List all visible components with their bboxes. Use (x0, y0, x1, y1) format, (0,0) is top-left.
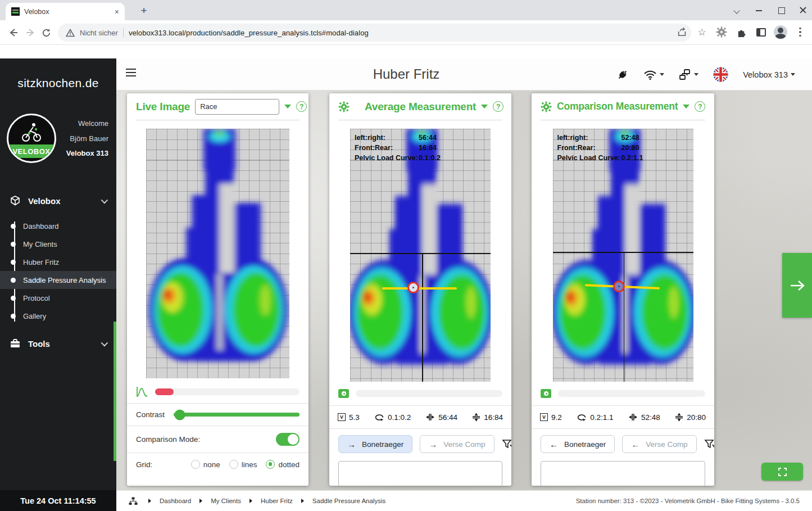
window-chevron-icon[interactable] (734, 7, 741, 13)
overlay-label: Front:Rear: (355, 143, 419, 153)
pelvic-marker[interactable] (407, 282, 419, 293)
nav-group-velobox[interactable]: Velobox (0, 188, 116, 214)
help-icon[interactable] (296, 101, 307, 112)
stat-front-rear: 20:80 (675, 413, 706, 422)
security-label: Nicht sicher (80, 29, 118, 37)
contrast-label: Contrast (136, 410, 165, 419)
hamburger-menu-icon[interactable] (126, 69, 136, 76)
grid-option-lines[interactable]: lines (229, 460, 257, 469)
verse-comp-button[interactable]: →Verse Comp (420, 435, 494, 453)
arrow-right-icon: → (429, 440, 437, 449)
panel-header: Average Measurement (329, 93, 511, 120)
dropdown-caret-icon[interactable] (481, 105, 488, 108)
extensions-puzzle-icon[interactable] (734, 25, 749, 39)
bullet-icon (11, 260, 16, 265)
comment-box[interactable] (338, 461, 502, 486)
language-flag-icon[interactable] (709, 67, 733, 82)
verse-comp-button[interactable]: ←Verse Comp (622, 435, 696, 453)
dropdown-caret-icon[interactable] (683, 105, 689, 108)
url-text: velobox313.local/production/saddle_press… (129, 29, 369, 37)
maximize-icon[interactable] (778, 7, 784, 13)
extension-gear-icon[interactable] (714, 25, 729, 39)
sidebar-item-protocol[interactable]: Protocol (0, 289, 116, 307)
nav-group-tools[interactable]: Tools (0, 331, 116, 356)
welcome-label: Welcome (56, 120, 108, 127)
profile-avatar[interactable] (773, 25, 788, 39)
tab-close-icon[interactable] (115, 7, 119, 16)
slider-thumb[interactable] (175, 409, 185, 420)
profile-text: Welcome Björn Bauer Velobox 313 (56, 120, 116, 157)
bookmark-star-icon[interactable]: ☆ (695, 25, 709, 39)
dropdown-caret-icon[interactable] (284, 105, 291, 108)
stat-value: V9.2 (540, 413, 562, 422)
sidebar-item-label: Dashboard (23, 222, 59, 230)
velobox-logo: VELOBOX (7, 114, 56, 163)
new-tab-button[interactable] (137, 3, 151, 18)
preset-input[interactable] (195, 99, 279, 115)
side-panel-icon[interactable] (754, 25, 768, 39)
sidebar-item-saddle-pressure-analysis[interactable]: Saddle Pressure Analysis (0, 271, 116, 289)
browser-menu-icon[interactable] (793, 25, 808, 39)
button-label: Bonetraeger (564, 440, 606, 449)
toolbar-icons: ☆ (675, 25, 808, 39)
live-image-panel: Live Image Contrast (127, 93, 309, 486)
browser-tab[interactable]: Velobox (6, 3, 125, 20)
breadcrumb-separator-icon (148, 499, 151, 503)
breadcrumb-saddle-pressure-analysis[interactable]: Saddle Pressure Analysis (312, 498, 385, 504)
station-info-text: Station number: 313 - ©2023 - Velometrik… (576, 498, 800, 504)
breadcrumb-huber-fritz[interactable]: Huber Fritz (261, 498, 293, 504)
sidebar-item-gallery[interactable]: Gallery (0, 307, 116, 325)
bonetraeger-button[interactable]: ←Bonetraeger (541, 435, 615, 453)
bullet-icon (11, 242, 16, 247)
histogram-curve-icon[interactable] (136, 386, 148, 397)
comparison-mode-row: Comparison Mode: (127, 426, 309, 453)
app-header: Huber Fritz Velobox 313 (116, 58, 812, 91)
stat-rotation: 0.2:1.1 (577, 413, 613, 422)
camera-icon[interactable] (338, 389, 349, 398)
sidebar-item-my-clients[interactable]: My Clients (0, 235, 116, 253)
reload-icon[interactable] (39, 26, 53, 39)
devices-icon[interactable] (674, 69, 703, 80)
camera-icon[interactable] (541, 389, 551, 398)
minimize-icon[interactable] (756, 7, 763, 13)
back-icon[interactable] (7, 26, 20, 39)
help-icon[interactable] (695, 101, 705, 112)
settings-gear-icon[interactable] (541, 101, 552, 112)
nav-group-label: Tools (28, 339, 50, 349)
contrast-slider[interactable] (174, 413, 300, 417)
settings-gear-icon[interactable] (338, 101, 350, 112)
map-overlay-stats: left:right:52:48 Front:Rear:20:80 Pelvic… (557, 133, 643, 163)
wifi-icon[interactable] (639, 70, 669, 80)
expand-drawer-button[interactable] (782, 253, 812, 318)
breadcrumb-my-clients[interactable]: My Clients (211, 498, 241, 504)
rotation-icon (577, 414, 587, 421)
pressure-level-fill (155, 388, 174, 395)
plug-icon[interactable] (612, 69, 633, 81)
pelvic-marker[interactable] (613, 281, 625, 292)
sitemap-icon[interactable] (129, 497, 138, 505)
address-bar[interactable]: Nicht sicher velobox313.local/production… (58, 24, 691, 42)
browser-tab-strip: Velobox (0, 0, 812, 20)
sidebar-item-huber-fritz[interactable]: Huber Fritz (0, 253, 116, 271)
sidebar-item-label: Gallery (23, 312, 46, 320)
help-icon[interactable] (493, 101, 503, 112)
grid-options: none lines dotted (191, 460, 300, 469)
share-icon[interactable] (675, 25, 689, 39)
comparison-mode-toggle[interactable] (276, 433, 300, 446)
panel-header: Live Image (127, 93, 309, 120)
caret-down-icon (791, 73, 795, 76)
comment-box[interactable] (541, 461, 705, 486)
breadcrumb-dashboard[interactable]: Dashboard (160, 498, 191, 504)
sidebar-item-dashboard[interactable]: Dashboard (0, 217, 116, 235)
pelvic-line (382, 287, 457, 290)
station-selector[interactable]: Velobox 313 (738, 70, 800, 79)
close-icon[interactable] (800, 7, 806, 13)
arrow-left-icon: ← (631, 440, 639, 449)
forward-icon[interactable] (24, 26, 37, 39)
clear-filter-icon[interactable] (502, 439, 511, 450)
grid-option-dotted[interactable]: dotted (266, 460, 300, 469)
bonetraeger-button[interactable]: →Bonetraeger (338, 435, 412, 453)
fullscreen-button[interactable] (761, 463, 803, 481)
grid-option-none[interactable]: none (191, 460, 220, 469)
clear-filter-icon[interactable] (704, 439, 714, 450)
